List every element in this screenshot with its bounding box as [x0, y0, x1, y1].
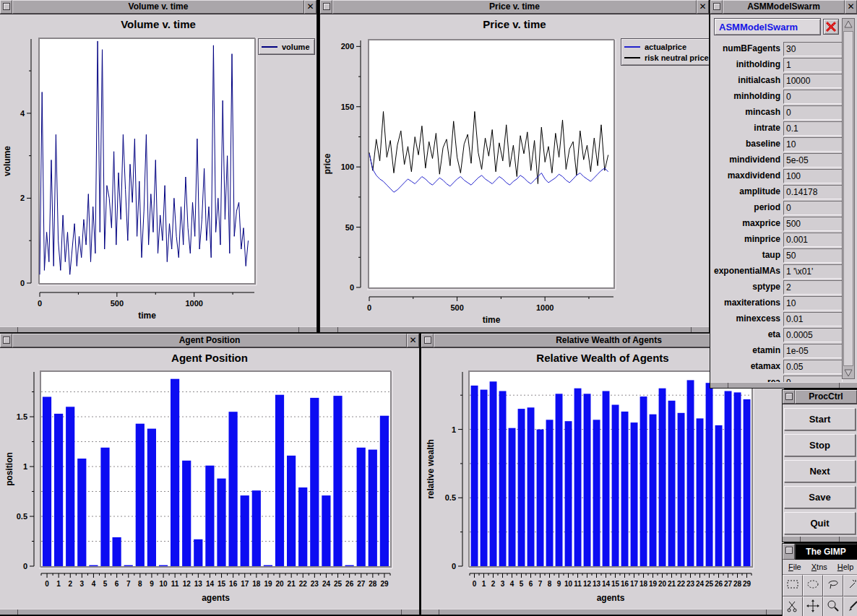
svg-text:0.5: 0.5: [445, 493, 456, 502]
param-entry[interactable]: 2: [783, 280, 843, 295]
drop-probe-button[interactable]: [823, 19, 839, 35]
window-model: ASMModelSwarm ✕ ASMModelSwarm numBFagent…: [710, 0, 857, 388]
close-icon[interactable]: ✕: [304, 0, 316, 14]
tool-pencil[interactable]: [843, 597, 857, 616]
window-menu-button[interactable]: [783, 544, 795, 560]
param-entry[interactable]: 0: [783, 201, 843, 215]
svg-text:time: time: [483, 315, 501, 325]
window-menu-button[interactable]: [320, 0, 332, 14]
param-row: maxiterations10: [710, 295, 840, 311]
svg-text:27: 27: [357, 580, 366, 588]
menu-xtns[interactable]: Xtns: [811, 563, 827, 571]
save-button[interactable]: Save: [784, 486, 856, 508]
param-label: taup: [710, 250, 780, 260]
next-button[interactable]: Next: [784, 460, 856, 482]
scrollbar[interactable]: [842, 18, 855, 379]
param-row: etamin1e-05: [710, 343, 840, 359]
param-entry[interactable]: 30: [783, 42, 843, 56]
param-entry[interactable]: 1 '\x01': [783, 264, 843, 279]
param-label: exponentialMAs: [710, 266, 780, 276]
tool-lasso[interactable]: [823, 575, 843, 597]
titlebar-price[interactable]: Price v. time ✕: [320, 0, 709, 14]
quit-button[interactable]: Quit: [784, 512, 856, 534]
scroll-down-icon[interactable]: [843, 367, 854, 378]
param-entry[interactable]: 5e-05: [783, 153, 843, 168]
resize-handle[interactable]: [710, 382, 857, 388]
start-button[interactable]: Start: [784, 408, 856, 430]
magic-wand-icon: [846, 577, 857, 594]
tool-scissors[interactable]: [783, 597, 803, 616]
window-menu-button[interactable]: [421, 334, 434, 347]
menu-help[interactable]: Help: [837, 563, 854, 571]
titlebar-position[interactable]: Agent Position ✕: [0, 334, 419, 348]
param-entry[interactable]: 0.0005: [783, 328, 843, 342]
tool-ellipse-select[interactable]: [803, 575, 823, 597]
scrollbar-thumb[interactable]: [843, 31, 853, 366]
svg-text:0: 0: [473, 580, 477, 588]
param-label: minholding: [710, 91, 780, 101]
tool-magnify[interactable]: [823, 597, 843, 616]
window-menu-button[interactable]: [0, 334, 12, 347]
tool-magic-wand[interactable]: [843, 575, 857, 597]
param-entry[interactable]: 0.01: [783, 312, 843, 326]
svg-text:9: 9: [557, 580, 561, 588]
param-entry[interactable]: 500: [783, 217, 843, 231]
param-entry[interactable]: 0.001: [783, 233, 843, 247]
close-icon[interactable]: ✕: [407, 334, 419, 347]
chart-title-volume: Volume v. time: [0, 18, 316, 30]
resize-handle[interactable]: [421, 609, 784, 615]
param-row: eta0.0005: [710, 327, 840, 343]
svg-text:8: 8: [138, 580, 142, 588]
svg-text:10: 10: [564, 580, 573, 588]
resize-handle[interactable]: [0, 326, 316, 332]
param-entry[interactable]: 10: [783, 296, 843, 311]
param-entry[interactable]: 0.05: [783, 360, 843, 374]
param-entry[interactable]: 10000: [783, 74, 843, 88]
window-menu-icon: [785, 393, 793, 400]
window-menu-button[interactable]: [783, 390, 795, 404]
window-menu-button[interactable]: [0, 0, 12, 14]
titlebar-volume[interactable]: Volume v. time ✕: [0, 0, 316, 14]
param-row: minexcess0.01: [710, 311, 840, 327]
close-icon[interactable]: ✕: [845, 0, 857, 14]
scroll-up-icon[interactable]: [843, 19, 854, 30]
param-entry[interactable]: 0.14178: [783, 185, 843, 199]
titlebar-model[interactable]: ASMModelSwarm ✕: [710, 0, 857, 14]
param-row: initholding1: [710, 57, 840, 73]
window-gimp: The GIMP FileXtnsHelp: [783, 544, 857, 616]
close-icon[interactable]: ✕: [697, 0, 709, 14]
class-button[interactable]: ASMModelSwarm: [714, 18, 821, 35]
param-entry[interactable]: 0: [783, 90, 843, 104]
titlebar-gimp[interactable]: The GIMP: [783, 544, 857, 560]
param-entry[interactable]: 0.1: [783, 121, 843, 136]
svg-text:0: 0: [45, 580, 49, 588]
tool-rect-select[interactable]: [783, 575, 803, 597]
param-label: minprice: [710, 234, 780, 244]
stop-button[interactable]: Stop: [784, 434, 856, 456]
svg-text:10: 10: [159, 580, 168, 588]
param-entry[interactable]: 1: [783, 58, 843, 72]
param-entry[interactable]: 100: [783, 169, 843, 183]
tool-move[interactable]: [803, 597, 823, 616]
param-entry[interactable]: 10: [783, 137, 843, 152]
param-entry[interactable]: 50: [783, 248, 843, 263]
svg-text:20: 20: [275, 580, 284, 588]
param-entry[interactable]: 0: [783, 105, 843, 120]
svg-text:price: price: [322, 153, 332, 174]
window-menu-button[interactable]: [710, 0, 723, 14]
param-label: maxdividend: [710, 170, 780, 181]
svg-text:3: 3: [80, 580, 85, 588]
resize-handle[interactable]: [0, 609, 419, 615]
param-row: taup50: [710, 248, 840, 264]
resize-handle[interactable]: [783, 536, 857, 542]
svg-text:13: 13: [194, 580, 203, 588]
resize-handle[interactable]: [320, 326, 709, 332]
svg-text:16: 16: [621, 580, 629, 588]
svg-text:500: 500: [450, 303, 463, 312]
param-entry[interactable]: 1e-05: [783, 344, 843, 358]
titlebar-procctrl[interactable]: ProcCtrl: [783, 390, 857, 404]
svg-text:6: 6: [115, 580, 119, 588]
menu-file[interactable]: File: [788, 563, 801, 571]
legend-price: actualprice risk neutral price: [621, 38, 709, 66]
svg-text:4: 4: [92, 580, 96, 588]
